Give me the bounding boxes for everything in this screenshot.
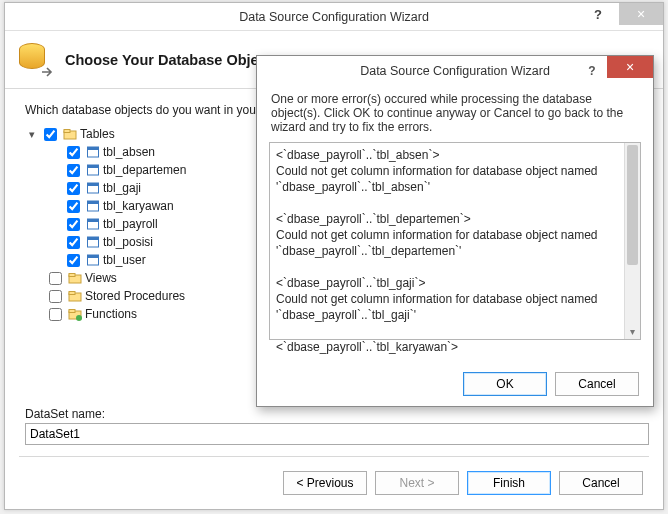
tree-label: Stored Procedures	[85, 287, 185, 305]
error-dialog: Data Source Configuration Wizard ? × One…	[256, 55, 654, 407]
checkbox-views[interactable]	[49, 272, 62, 285]
folder-icon	[63, 127, 77, 141]
table-icon	[86, 163, 100, 177]
divider	[19, 456, 649, 457]
checkbox-table[interactable]	[67, 254, 80, 267]
tree-label: Views	[85, 269, 117, 287]
expand-icon[interactable]: ▾	[27, 125, 37, 143]
checkbox-table[interactable]	[67, 218, 80, 231]
error-footer: OK Cancel	[463, 372, 639, 396]
table-icon	[86, 235, 100, 249]
scrollbar[interactable]: ▾	[624, 143, 640, 339]
titlebar-controls: ? ×	[577, 3, 663, 31]
table-icon	[86, 217, 100, 231]
tree-label: tbl_gaji	[103, 179, 141, 197]
scrollbar-thumb[interactable]	[627, 145, 638, 265]
svg-rect-9	[88, 201, 99, 204]
checkbox-table[interactable]	[67, 164, 80, 177]
finish-button[interactable]: Finish	[467, 471, 551, 495]
table-icon	[86, 145, 100, 159]
svg-rect-17	[69, 274, 75, 277]
database-icon	[19, 43, 53, 77]
ok-button[interactable]: OK	[463, 372, 547, 396]
checkbox-table[interactable]	[67, 182, 80, 195]
tree-label: Tables	[80, 125, 115, 143]
table-icon	[86, 199, 100, 213]
cancel-button[interactable]: Cancel	[559, 471, 643, 495]
error-title: Data Source Configuration Wizard	[360, 64, 550, 78]
svg-rect-15	[88, 255, 99, 258]
svg-rect-5	[88, 165, 99, 168]
svg-rect-3	[88, 147, 99, 150]
help-button[interactable]: ?	[577, 3, 619, 25]
tree-label: Functions	[85, 305, 137, 323]
next-button[interactable]: Next >	[375, 471, 459, 495]
folder-icon	[68, 271, 82, 285]
error-message: One or more error(s) occured while proce…	[257, 86, 653, 142]
error-cancel-button[interactable]: Cancel	[555, 372, 639, 396]
error-details-text: <`dbase_payroll`..`tbl_absen`> Could not…	[270, 143, 640, 359]
window-title: Data Source Configuration Wizard	[239, 10, 429, 24]
checkbox-table[interactable]	[67, 146, 80, 159]
tree-label: tbl_posisi	[103, 233, 153, 251]
svg-point-22	[76, 315, 82, 321]
titlebar: Data Source Configuration Wizard ? ×	[5, 3, 663, 31]
tree-label: tbl_departemen	[103, 161, 186, 179]
dataset-name-group: DataSet name:	[25, 407, 643, 445]
error-titlebar: Data Source Configuration Wizard ? ×	[257, 56, 653, 86]
svg-rect-13	[88, 237, 99, 240]
header-title: Choose Your Database Objects	[65, 52, 280, 68]
checkbox-functions[interactable]	[49, 308, 62, 321]
svg-rect-1	[64, 130, 70, 133]
folder-icon	[68, 289, 82, 303]
checkbox-tables[interactable]	[44, 128, 57, 141]
svg-rect-19	[69, 292, 75, 295]
error-close-button[interactable]: ×	[607, 56, 653, 78]
checkbox-sprocs[interactable]	[49, 290, 62, 303]
dataset-name-input[interactable]	[25, 423, 649, 445]
tree-label: tbl_payroll	[103, 215, 158, 233]
dataset-name-label: DataSet name:	[25, 407, 643, 421]
checkbox-table[interactable]	[67, 236, 80, 249]
table-icon	[86, 181, 100, 195]
error-details-box: <`dbase_payroll`..`tbl_absen`> Could not…	[269, 142, 641, 340]
previous-button[interactable]: < Previous	[283, 471, 367, 495]
table-icon	[86, 253, 100, 267]
scrollbar-down-arrow[interactable]: ▾	[625, 323, 640, 339]
folder-icon	[68, 307, 82, 321]
error-help-button[interactable]: ?	[577, 56, 607, 86]
close-button[interactable]: ×	[619, 3, 663, 25]
wizard-footer: < Previous Next > Finish Cancel	[283, 471, 643, 495]
tree-label: tbl_karyawan	[103, 197, 174, 215]
tree-label: tbl_absen	[103, 143, 155, 161]
svg-rect-11	[88, 219, 99, 222]
checkbox-table[interactable]	[67, 200, 80, 213]
svg-rect-7	[88, 183, 99, 186]
tree-label: tbl_user	[103, 251, 146, 269]
svg-rect-21	[69, 310, 75, 313]
